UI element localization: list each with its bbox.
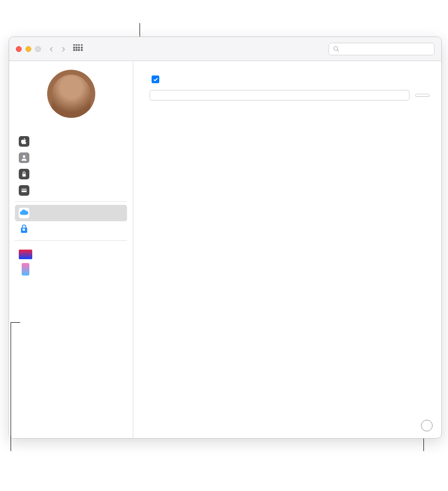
user-avatar[interactable] (47, 70, 95, 118)
manage-storage-button[interactable] (415, 94, 430, 97)
forward-button[interactable]: › (62, 43, 65, 55)
sidebar-item-media-purchases[interactable] (15, 221, 127, 238)
card-icon (19, 185, 29, 196)
sidebar-separator (15, 240, 127, 241)
svg-line-1 (337, 50, 339, 51)
titlebar: ‹ › (9, 37, 441, 61)
device-item[interactable] (15, 248, 127, 261)
svg-point-2 (23, 155, 25, 158)
cloud-icon (19, 208, 29, 218)
preferences-window: ‹ › (9, 37, 442, 439)
callout-hline-bl (11, 322, 20, 323)
sidebar-separator (15, 201, 127, 202)
help-button[interactable] (421, 420, 433, 431)
sidebar-list (15, 133, 127, 244)
minimize-button[interactable] (26, 46, 31, 52)
person-icon (19, 152, 29, 163)
show-all-button[interactable] (73, 44, 83, 54)
sidebar (9, 61, 133, 438)
devices-list (15, 248, 127, 277)
iphone-icon (22, 263, 29, 276)
close-button[interactable] (16, 46, 22, 52)
macbook-icon (19, 250, 32, 259)
apple-icon (19, 136, 29, 147)
sidebar-item-name-phone-email[interactable] (15, 150, 127, 166)
optimize-section (150, 76, 430, 83)
search-icon (333, 46, 339, 52)
callout-line-bl (11, 322, 11, 451)
nav-arrows: ‹ › (50, 43, 65, 55)
window-controls (16, 46, 41, 52)
lock-icon (19, 169, 29, 179)
search-field[interactable] (329, 43, 435, 55)
zoom-button[interactable] (35, 46, 41, 52)
bag-icon (19, 224, 29, 235)
optimize-checkbox[interactable] (152, 76, 159, 83)
svg-point-0 (334, 47, 338, 50)
sidebar-item-payment-shipping[interactable] (15, 182, 127, 199)
sidebar-item-overview[interactable] (15, 133, 127, 150)
storage-section (150, 90, 430, 101)
device-item[interactable] (15, 261, 127, 277)
back-button[interactable]: ‹ (50, 43, 53, 55)
svg-rect-3 (23, 174, 26, 176)
sidebar-item-icloud[interactable] (15, 205, 127, 221)
storage-bar (150, 90, 410, 101)
svg-rect-5 (22, 189, 27, 190)
main-panel (133, 61, 441, 438)
sidebar-item-password-security[interactable] (15, 166, 127, 182)
callout-line-br (423, 439, 424, 451)
